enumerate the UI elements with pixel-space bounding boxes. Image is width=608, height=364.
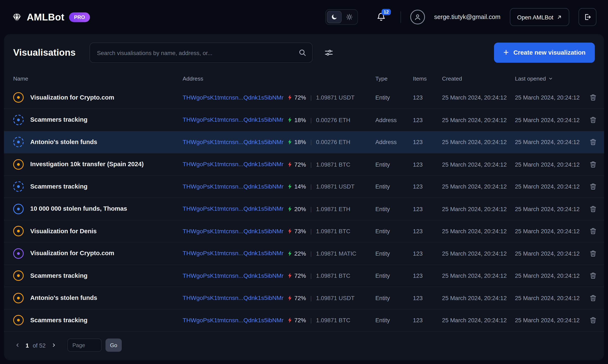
lightning-bolt-icon <box>288 139 292 145</box>
address-link[interactable]: THWgoPsK1tmtcnsn...Qdnk1s5ibNMr <box>183 183 284 190</box>
page-total: of 52 <box>33 342 46 348</box>
delete-button[interactable] <box>588 137 598 147</box>
visualization-type-icon <box>13 293 24 303</box>
risk-percent: 72% <box>294 161 306 168</box>
delete-button[interactable] <box>588 115 598 125</box>
table-row[interactable]: 10 000 000 stolen funds, Thomas THWgoPsK… <box>4 198 604 220</box>
delete-button[interactable] <box>588 270 598 281</box>
last-opened-cell: 25 March 2024, 20:24:12 <box>515 273 580 279</box>
type-cell: Address <box>375 117 413 123</box>
delete-button[interactable] <box>588 159 598 169</box>
visualization-type-icon <box>13 181 24 192</box>
table-row[interactable]: Visualization for Crypto.com THWgoPsK1tm… <box>4 87 604 109</box>
search-box <box>90 43 312 63</box>
delete-button[interactable] <box>588 226 598 236</box>
last-opened-cell: 25 March 2024, 20:24:12 <box>515 317 580 324</box>
amount: 1.09871 ETH <box>316 206 350 212</box>
items-cell: 123 <box>413 139 442 145</box>
risk-score: 22% <box>288 250 306 257</box>
table-row[interactable]: Scammers tracking THWgoPsK1tmtcnsn...Qdn… <box>4 109 604 131</box>
table-row[interactable]: Scammers tracking THWgoPsK1tmtcnsn...Qdn… <box>4 309 604 332</box>
risk-score: 72% <box>288 161 306 168</box>
column-last-opened-label: Last opened <box>515 76 546 82</box>
delete-button[interactable] <box>588 92 598 103</box>
sun-icon[interactable] <box>342 11 356 23</box>
visualization-name: Scammers tracking <box>30 183 87 190</box>
last-opened-cell: 25 March 2024, 20:24:12 <box>515 94 580 101</box>
address-link[interactable]: THWgoPsK1tmtcnsn...Qdnk1s5ibNMr <box>183 272 284 279</box>
visualization-type-icon <box>13 115 24 125</box>
delete-button[interactable] <box>588 248 598 259</box>
lightning-bolt-icon <box>288 250 292 257</box>
notifications-button[interactable]: 12 <box>377 13 386 22</box>
next-page-button[interactable] <box>50 341 58 349</box>
table-row[interactable]: Antonio's stolen funds THWgoPsK1tmtcnsn.… <box>4 287 604 309</box>
address-link[interactable]: THWgoPsK1tmtcnsn...Qdnk1s5ibNMr <box>183 205 284 212</box>
trash-icon <box>589 317 597 324</box>
notification-count-badge: 12 <box>382 9 391 15</box>
divider: | <box>310 250 312 257</box>
address-link[interactable]: THWgoPsK1tmtcnsn...Qdnk1s5ibNMr <box>183 250 284 257</box>
risk-score: 20% <box>288 206 306 212</box>
visualization-name: Investigation 10k transfer (Spain 2024) <box>30 161 144 168</box>
risk-score: 72% <box>288 273 306 279</box>
risk-score: 72% <box>288 94 306 101</box>
items-cell: 123 <box>413 206 442 212</box>
go-button[interactable]: Go <box>105 338 122 351</box>
trash-icon <box>589 116 597 124</box>
created-cell: 25 March 2024, 20:24:12 <box>442 161 515 168</box>
brand: AMLBot PRO <box>12 11 90 23</box>
type-cell: Entity <box>375 206 413 212</box>
trash-icon <box>589 205 597 213</box>
page-number-input[interactable] <box>67 338 102 351</box>
divider: | <box>310 117 312 123</box>
logout-icon <box>583 13 591 21</box>
divider: | <box>310 317 312 324</box>
table-row[interactable]: Visualization for Crypto.com THWgoPsK1tm… <box>4 243 604 265</box>
created-cell: 25 March 2024, 20:24:12 <box>442 183 515 190</box>
search-input[interactable] <box>90 43 312 63</box>
type-cell: Entity <box>375 317 413 324</box>
delete-button[interactable] <box>588 315 598 326</box>
type-cell: Entity <box>375 295 413 301</box>
items-cell: 123 <box>413 183 442 190</box>
trash-icon <box>589 161 597 168</box>
filter-button[interactable] <box>322 46 336 60</box>
items-cell: 123 <box>413 317 442 324</box>
risk-percent: 72% <box>294 273 306 279</box>
moon-icon[interactable] <box>327 11 342 23</box>
delete-button[interactable] <box>588 204 598 214</box>
type-cell: Entity <box>375 273 413 279</box>
items-cell: 123 <box>413 250 442 257</box>
table-row[interactable]: Investigation 10k transfer (Spain 2024) … <box>4 153 604 176</box>
created-cell: 25 March 2024, 20:24:12 <box>442 317 515 324</box>
table-row[interactable]: Antonio's stolen funds THWgoPsK1tmtcnsn.… <box>4 131 604 154</box>
delete-button[interactable] <box>588 293 598 303</box>
address-link[interactable]: THWgoPsK1tmtcnsn...Qdnk1s5ibNMr <box>183 294 284 301</box>
address-link[interactable]: THWgoPsK1tmtcnsn...Qdnk1s5ibNMr <box>183 228 284 235</box>
table-body: Visualization for Crypto.com THWgoPsK1tm… <box>4 87 604 332</box>
address-link[interactable]: THWgoPsK1tmtcnsn...Qdnk1s5ibNMr <box>183 161 284 168</box>
column-last-opened[interactable]: Last opened <box>515 76 576 82</box>
theme-toggle[interactable] <box>325 9 358 25</box>
address-link[interactable]: THWgoPsK1tmtcnsn...Qdnk1s5ibNMr <box>183 317 284 324</box>
amount: 1.09871 USDT <box>316 183 354 190</box>
logout-button[interactable] <box>579 8 596 26</box>
table-row[interactable]: Scammers tracking THWgoPsK1tmtcnsn...Qdn… <box>4 265 604 287</box>
table-row[interactable]: Scammers tracking THWgoPsK1tmtcnsn...Qdn… <box>4 176 604 198</box>
open-amlbot-button[interactable]: Open AMLBot <box>510 8 569 26</box>
address-link[interactable]: THWgoPsK1tmtcnsn...Qdnk1s5ibNMr <box>183 139 284 145</box>
amount: 1.09871 BTC <box>316 228 350 234</box>
create-visualization-button[interactable]: + Create new visualization <box>494 43 595 63</box>
risk-percent: 14% <box>294 183 306 190</box>
previous-page-button[interactable] <box>13 341 22 349</box>
trash-icon <box>589 138 597 146</box>
avatar[interactable] <box>410 10 425 25</box>
table-row[interactable]: Visualization for Denis THWgoPsK1tmtcnsn… <box>4 220 604 243</box>
address-link[interactable]: THWgoPsK1tmtcnsn...Qdnk1s5ibNMr <box>183 94 284 101</box>
delete-button[interactable] <box>588 181 598 192</box>
column-created: Created <box>442 76 515 82</box>
created-cell: 25 March 2024, 20:24:12 <box>442 206 515 212</box>
address-link[interactable]: THWgoPsK1tmtcnsn...Qdnk1s5ibNMr <box>183 116 284 123</box>
trash-icon <box>589 228 597 235</box>
